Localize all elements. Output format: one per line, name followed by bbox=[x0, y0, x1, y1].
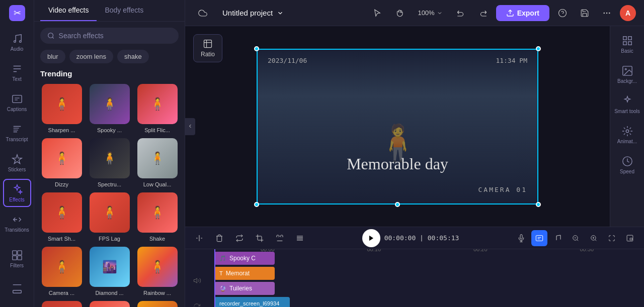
effect-rainbow[interactable]: 🧍 Rainbow ... bbox=[136, 247, 179, 296]
sidebar-item-text-label: Text bbox=[12, 76, 21, 82]
right-panel-item-basic[interactable]: Basic bbox=[613, 30, 641, 58]
more-options-button[interactable] bbox=[598, 4, 616, 22]
project-name-button[interactable]: Untitled project bbox=[218, 7, 288, 19]
svg-rect-3 bbox=[12, 250, 16, 254]
sidebar-item-transcript-label: Transcript bbox=[6, 137, 28, 142]
playhead[interactable] bbox=[214, 249, 215, 307]
zoom-level-button[interactable]: 100% bbox=[413, 6, 447, 20]
canvas-date: 2023/11/06 bbox=[268, 57, 307, 64]
help-button[interactable] bbox=[553, 4, 572, 22]
clip-spooky[interactable]: 🎵 Spooky C bbox=[214, 252, 275, 265]
effect-shake[interactable]: 🧍 Shake bbox=[136, 192, 179, 242]
zoom-in-button[interactable] bbox=[586, 230, 602, 246]
effect-dizzy[interactable]: 🧍 Dizzy bbox=[40, 138, 83, 187]
sidebar-item-audio[interactable]: Audio bbox=[3, 28, 31, 56]
auto-captions-button[interactable] bbox=[531, 230, 547, 246]
ratio-button[interactable]: Ratio bbox=[193, 34, 222, 62]
timeline-delete-button[interactable] bbox=[211, 230, 227, 246]
effect-split[interactable]: 🧍 Split Flic... bbox=[136, 84, 179, 133]
tab-body-effects[interactable]: Body effects bbox=[97, 0, 151, 21]
rotate-icon-bottom[interactable] bbox=[193, 303, 200, 307]
right-panel-item-smart-tools[interactable]: Smart tools bbox=[613, 90, 641, 119]
effect-more2[interactable]: 🧍 ... bbox=[88, 301, 131, 307]
right-panel-item-speed[interactable]: Speed bbox=[613, 151, 641, 179]
effect-thumb-more1: 🧍 bbox=[42, 301, 82, 307]
zoom-out-button[interactable] bbox=[568, 230, 584, 246]
sidebar-item-transitions[interactable]: Transitions bbox=[3, 209, 31, 237]
fullscreen-timeline-button[interactable] bbox=[604, 230, 620, 246]
tab-video-effects[interactable]: Video effects bbox=[40, 0, 97, 21]
chip-zoom-lens[interactable]: zoom lens bbox=[69, 50, 113, 63]
sidebar-item-effects[interactable]: Effects bbox=[3, 179, 31, 207]
effect-sharpen[interactable]: 🧍 Sharpen ... bbox=[40, 84, 83, 133]
effect-fpslag[interactable]: 🧍 FPS Lag bbox=[88, 192, 131, 242]
cloud-save-button[interactable] bbox=[193, 6, 212, 21]
right-panel-item-animate[interactable]: Animat... bbox=[613, 121, 641, 149]
pip-button[interactable] bbox=[622, 230, 638, 246]
timeline-align-button[interactable] bbox=[292, 230, 308, 246]
sidebar-item-transcript[interactable]: Transcript bbox=[3, 119, 31, 147]
timeline-flip-button[interactable] bbox=[272, 230, 288, 246]
chip-blur[interactable]: blur bbox=[40, 50, 65, 63]
effect-label-sharpen: Sharpen ... bbox=[48, 127, 75, 133]
redo-button[interactable] bbox=[474, 4, 492, 22]
sidebar-item-text[interactable]: Text bbox=[3, 58, 31, 86]
handle-bottom-left[interactable] bbox=[254, 202, 259, 207]
export-button[interactable]: Export bbox=[496, 5, 549, 21]
svg-rect-2 bbox=[12, 95, 21, 103]
audio-sync-button[interactable] bbox=[549, 230, 566, 246]
track-spooky: 🎵 Spooky C bbox=[189, 251, 640, 265]
save-icon bbox=[580, 9, 589, 18]
effect-smartsh[interactable]: 🧍 Smart Sh... bbox=[40, 192, 83, 242]
right-panel-basic-label: Basic bbox=[621, 48, 633, 54]
effect-thumb-rainbow: 🧍 bbox=[137, 247, 178, 287]
effect-lowqual[interactable]: 🧍 Low Qual... bbox=[136, 138, 179, 187]
clip-recorder[interactable]: recorder_screen_l69934 bbox=[214, 297, 290, 307]
timeline-loop-button[interactable] bbox=[231, 230, 248, 246]
project-name-text: Untitled project bbox=[222, 9, 273, 17]
effect-more3[interactable]: 🧍 ... bbox=[136, 301, 179, 307]
timeline-crop-button[interactable] bbox=[252, 230, 268, 246]
sidebar-item-captions[interactable]: Captions bbox=[3, 88, 31, 117]
track-memorial: T Memorat bbox=[189, 266, 640, 280]
sidebar-item-stickers[interactable]: Stickers bbox=[3, 149, 31, 177]
sidebar-item-subtitles[interactable] bbox=[3, 275, 31, 303]
effect-camera[interactable]: 🧍 Camera ... bbox=[40, 247, 83, 296]
timeline-right-tools bbox=[513, 230, 638, 246]
svg-point-9 bbox=[559, 9, 567, 17]
export-label: Export bbox=[517, 9, 539, 17]
chip-shake[interactable]: shake bbox=[117, 50, 149, 63]
user-avatar[interactable]: A bbox=[620, 5, 636, 21]
align-icon bbox=[296, 234, 304, 242]
search-input[interactable] bbox=[59, 32, 172, 40]
right-panel-speed-label: Speed bbox=[620, 169, 634, 174]
chevron-down-icon bbox=[277, 10, 284, 17]
track-tuileries: 🔮 Tuileries bbox=[189, 281, 640, 295]
clip-memorial[interactable]: T Memorat bbox=[214, 267, 275, 280]
handle-top-left[interactable] bbox=[254, 46, 259, 51]
effect-spooky[interactable]: 🧍 Spooky ... bbox=[88, 84, 131, 133]
handle-top-right[interactable] bbox=[536, 46, 541, 51]
search-bar[interactable] bbox=[40, 28, 179, 44]
handle-bottom-center[interactable] bbox=[395, 202, 400, 207]
app-logo: ✂ bbox=[8, 4, 26, 22]
sidebar-item-filters[interactable]: Filters bbox=[3, 245, 31, 273]
microphone-button[interactable] bbox=[513, 230, 529, 246]
effect-spectrum[interactable]: 🧍 Spectru... bbox=[88, 138, 131, 187]
clip-tuileries[interactable]: 🔮 Tuileries bbox=[214, 282, 275, 295]
svg-rect-7 bbox=[13, 290, 21, 293]
svg-rect-5 bbox=[12, 255, 16, 259]
effect-diamond[interactable]: 🌆 Diamond ... bbox=[88, 247, 131, 296]
collapse-panel-button[interactable] bbox=[185, 118, 195, 135]
play-button[interactable] bbox=[362, 229, 380, 247]
svg-rect-16 bbox=[623, 41, 626, 44]
undo-button[interactable] bbox=[452, 4, 470, 22]
right-panel-item-background[interactable]: Backgr... bbox=[613, 60, 641, 88]
save-button[interactable] bbox=[576, 4, 594, 22]
handle-bottom-right[interactable] bbox=[536, 202, 541, 207]
timeline-split-button[interactable] bbox=[191, 230, 207, 246]
pointer-tool-button[interactable] bbox=[368, 4, 386, 22]
effect-more1[interactable]: 🧍 ... bbox=[40, 301, 83, 307]
hand-tool-button[interactable] bbox=[390, 4, 409, 22]
animate-icon bbox=[622, 126, 633, 137]
